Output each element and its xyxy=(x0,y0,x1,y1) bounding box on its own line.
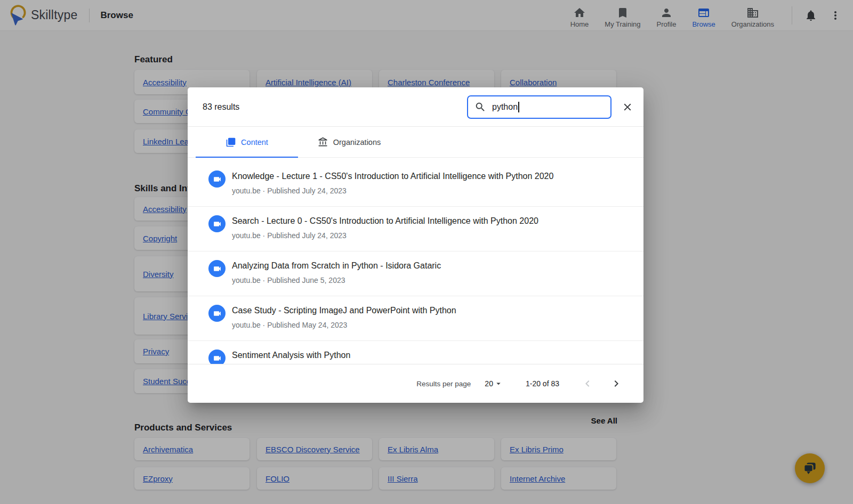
result-meta: youtu.be · Published May 24, 2023 xyxy=(232,321,456,329)
video-icon xyxy=(208,170,226,188)
search-results-modal: 83 results python Content Organizations xyxy=(188,87,643,403)
modal-tabs: Content Organizations xyxy=(188,127,643,158)
result-meta: youtu.be · Published July 24, 2023 xyxy=(232,231,538,240)
modal-header: 83 results python xyxy=(188,87,643,127)
result-title: Sentiment Analysis with Python xyxy=(232,349,350,361)
result-body: Case Study - Scripting ImageJ and PowerP… xyxy=(232,305,456,340)
result-title: Search - Lecture 0 - CS50's Introduction… xyxy=(232,215,538,226)
content-stack-icon xyxy=(226,137,236,148)
per-page-value: 20 xyxy=(485,379,493,388)
result-body: Search - Lecture 0 - CS50's Introduction… xyxy=(232,215,538,251)
result-title: Case Study - Scripting ImageJ and PowerP… xyxy=(232,305,456,316)
dropdown-arrow-icon xyxy=(494,379,503,388)
search-value: python xyxy=(492,102,518,112)
text-caret xyxy=(518,102,519,112)
tab-content[interactable]: Content xyxy=(196,127,298,157)
per-page-select[interactable]: 20 xyxy=(485,379,503,388)
results-per-page-label: Results per page xyxy=(416,380,471,388)
result-meta: youtu.be · Published June 5, 2023 xyxy=(232,276,441,284)
result-body: Knowledge - Lecture 1 - CS50's Introduct… xyxy=(232,170,553,206)
chevron-left-icon xyxy=(581,377,594,390)
result-title: Analyzing Data from Scratch in Python - … xyxy=(232,260,441,271)
next-page-button[interactable] xyxy=(609,377,623,391)
result-item[interactable]: Sentiment Analysis with Python xyxy=(188,341,643,364)
results-list: Knowledge - Lecture 1 - CS50's Introduct… xyxy=(188,158,643,364)
result-body: Analyzing Data from Scratch in Python - … xyxy=(232,260,441,296)
search-icon xyxy=(474,101,486,113)
page-range: 1-20 of 83 xyxy=(526,379,559,388)
previous-page-button[interactable] xyxy=(581,377,594,391)
result-body: Sentiment Analysis with Python xyxy=(232,349,350,364)
video-icon xyxy=(208,215,226,232)
chevron-right-icon xyxy=(610,377,623,390)
tab-label: Content xyxy=(241,138,268,147)
pagination-bar: Results per page 20 1-20 of 83 xyxy=(188,364,643,403)
browse-page: Skilltype Browse Home My Training Profil… xyxy=(0,0,853,504)
tab-label: Organizations xyxy=(333,138,381,147)
result-title: Knowledge - Lecture 1 - CS50's Introduct… xyxy=(232,170,553,182)
video-icon xyxy=(208,349,226,364)
video-icon xyxy=(208,305,226,322)
result-meta: youtu.be · Published July 24, 2023 xyxy=(232,186,553,195)
bank-icon xyxy=(318,137,328,148)
search-input[interactable]: python xyxy=(467,95,611,119)
result-item[interactable]: Search - Lecture 0 - CS50's Introduction… xyxy=(188,207,643,251)
tab-organizations[interactable]: Organizations xyxy=(298,127,400,157)
video-icon xyxy=(208,260,226,277)
close-icon xyxy=(622,101,633,113)
result-item[interactable]: Analyzing Data from Scratch in Python - … xyxy=(188,251,643,296)
result-item[interactable]: Knowledge - Lecture 1 - CS50's Introduct… xyxy=(188,162,643,207)
close-modal-button[interactable] xyxy=(618,97,637,117)
result-item[interactable]: Case Study - Scripting ImageJ and PowerP… xyxy=(188,296,643,341)
results-count: 83 results xyxy=(203,102,239,112)
